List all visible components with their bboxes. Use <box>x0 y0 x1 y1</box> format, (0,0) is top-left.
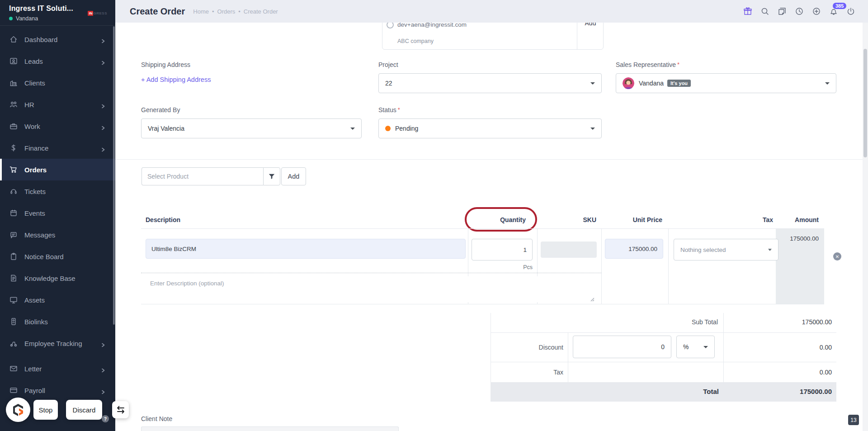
add-circle-icon[interactable] <box>811 7 821 16</box>
sidebar-item-biolinks[interactable]: Biolinks <box>0 311 115 332</box>
add-product-button[interactable]: Add <box>281 167 306 185</box>
sidebar-item-dashboard[interactable]: Dashboard <box>0 28 115 50</box>
work-icon <box>9 122 18 130</box>
resize-handle-icon[interactable] <box>589 295 594 301</box>
sidebar-item-tickets[interactable]: Tickets <box>0 180 115 202</box>
item-quantity-input[interactable] <box>472 239 533 260</box>
client-note-editor-toolbar <box>141 426 399 431</box>
user-name: Vandana <box>16 15 38 22</box>
item-description-input[interactable] <box>146 239 466 259</box>
generated-by-select[interactable]: Vraj Valencia <box>141 118 362 138</box>
client-option-card[interactable]: dev+aena@ingressit.com ABC company Add <box>382 23 604 50</box>
remove-item-icon[interactable]: ✕ <box>833 252 841 260</box>
col-header-tax: Tax <box>668 216 773 223</box>
stop-button[interactable]: Stop <box>33 400 58 420</box>
totals-border <box>491 362 836 362</box>
chevron-down-icon <box>350 128 355 130</box>
client-company: ABC company <box>397 38 434 45</box>
breadcrumb-separator: • <box>212 8 214 15</box>
table-border-top <box>141 228 824 229</box>
cart-icon <box>9 166 18 174</box>
sidebar-item-work[interactable]: Work <box>0 115 115 137</box>
totals-border <box>491 332 836 333</box>
sidebar-item-orders[interactable]: Orders <box>0 159 115 180</box>
status-select[interactable]: Pending <box>378 118 602 138</box>
item-tax-select[interactable]: Nothing selected <box>674 239 778 260</box>
sidebar-item-employee-tracking[interactable]: Employee Tracking <box>0 332 115 354</box>
required-asterisk: * <box>677 61 679 68</box>
online-status-dot <box>9 17 13 20</box>
tax-amount: 0.00 <box>746 369 832 376</box>
breadcrumb-current: Create Order <box>244 8 278 15</box>
item-long-description-textarea[interactable] <box>146 276 597 302</box>
notes-icon[interactable] <box>777 7 787 16</box>
totals-border <box>723 313 724 382</box>
status-label: Status* <box>378 106 400 114</box>
page-scrollbar-thumb[interactable] <box>863 49 867 157</box>
sidebar-item-letter[interactable]: Letter <box>0 358 115 379</box>
envelope-icon <box>9 365 18 373</box>
breadcrumb-orders[interactable]: Orders <box>217 8 236 15</box>
add-shipping-address-link[interactable]: + Add Shipping Address <box>141 76 211 83</box>
client-note-label: Client Note <box>141 415 172 422</box>
chevron-right-icon <box>101 59 105 63</box>
sidebar-item-assets[interactable]: Assets <box>0 289 115 311</box>
assistant-logo[interactable] <box>6 398 30 422</box>
table-col-border <box>601 228 602 304</box>
user-line: Vandana <box>9 15 115 22</box>
client-add-button[interactable]: Add <box>577 23 604 27</box>
filter-button[interactable] <box>263 167 280 185</box>
client-radio[interactable] <box>387 23 394 28</box>
swap-button[interactable] <box>112 401 129 418</box>
discard-button[interactable]: Discard <box>66 400 102 420</box>
tax-label: Tax <box>491 369 563 376</box>
sidebar-item-messages[interactable]: Messages <box>0 224 115 246</box>
id-badge-icon <box>9 317 18 326</box>
breadcrumb-home[interactable]: Home <box>193 8 209 15</box>
home-icon <box>9 35 18 43</box>
assistant-logo-icon <box>11 403 25 417</box>
select-product-input[interactable] <box>142 167 263 185</box>
header-icons: 385 <box>743 7 855 16</box>
chat-icon <box>9 231 18 239</box>
chevron-down-icon <box>768 249 772 251</box>
breadcrumb: Home • Orders • Create Order <box>193 8 278 15</box>
topbar: Create Order Home • Orders • Create Orde… <box>115 0 868 23</box>
chevron-right-icon <box>101 388 105 393</box>
leads-icon <box>9 57 18 65</box>
swap-arrows-icon <box>116 405 126 415</box>
item-unit-price-input[interactable] <box>605 239 663 259</box>
page-title: Create Order <box>130 6 185 17</box>
section-divider <box>115 159 868 160</box>
project-select[interactable]: 22 <box>378 73 602 93</box>
item-sku-input[interactable] <box>541 242 597 258</box>
table-col-border <box>668 228 669 304</box>
sidebar-item-finance[interactable]: Finance <box>0 137 115 159</box>
client-email: dev+aena@ingressit.com <box>397 23 467 29</box>
chevron-down-icon <box>590 82 595 85</box>
sidebar-item-knowledge-base[interactable]: Knowledge Base <box>0 267 115 289</box>
gift-icon[interactable] <box>743 7 752 16</box>
col-header-quantity: Quantity <box>468 216 526 223</box>
sidebar-header: Ingress IT Soluti... Vandana INGRESS <box>0 0 115 26</box>
notifications-icon[interactable]: 385 <box>829 7 838 16</box>
shipping-address-label: Shipping Address <box>141 61 190 68</box>
sidebar-item-clients[interactable]: Clients <box>0 72 115 94</box>
sidebar-item-events[interactable]: Events <box>0 202 115 224</box>
sidebar-item-notice-board[interactable]: Notice Board <box>0 246 115 267</box>
discount-unit-select[interactable]: % <box>676 336 715 358</box>
filter-icon <box>268 173 275 180</box>
table-border-bottom <box>141 304 824 304</box>
sales-rep-select[interactable]: Vandana It's you <box>616 73 836 93</box>
sidebar-item-leads[interactable]: Leads <box>0 50 115 72</box>
status-pending-dot <box>385 126 391 131</box>
page-scrollbar[interactable] <box>863 23 868 431</box>
sidebar-item-hr[interactable]: HR <box>0 94 115 115</box>
sidebar: Ingress IT Soluti... Vandana INGRESS Das… <box>0 0 115 431</box>
search-icon[interactable] <box>760 7 769 16</box>
power-icon[interactable] <box>846 7 855 16</box>
help-icon[interactable]: ? <box>102 415 109 422</box>
discount-input[interactable] <box>573 336 671 358</box>
history-icon[interactable] <box>794 7 804 16</box>
sidebar-scrollbar[interactable] <box>113 26 115 325</box>
